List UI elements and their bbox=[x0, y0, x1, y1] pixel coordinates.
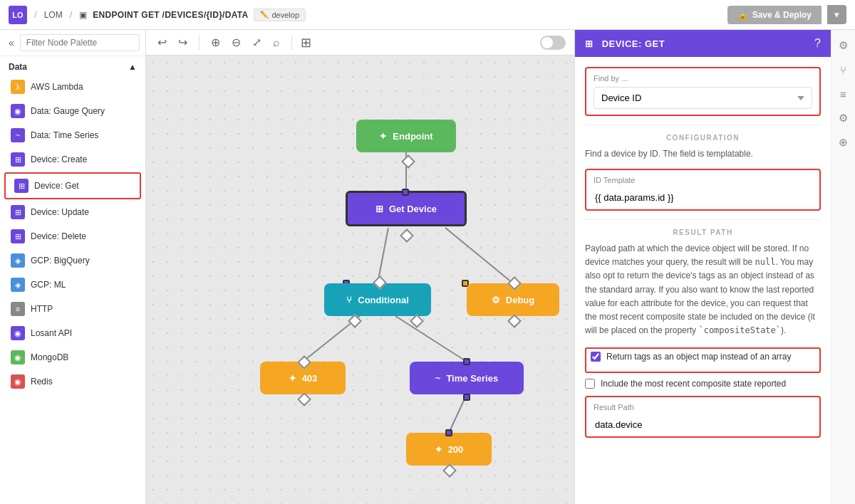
redis-icon: ◉ bbox=[11, 374, 25, 389]
sidebar-item-device-get[interactable]: ⊞Device: Get bbox=[4, 172, 141, 199]
node-timeseries[interactable]: ~ Time Series bbox=[410, 362, 524, 394]
save-deploy-button[interactable]: 🔒 Save & Deploy bbox=[727, 6, 822, 24]
result-path-input[interactable] bbox=[588, 414, 818, 435]
panel-body: Find by ... Device ID Device Name Device… bbox=[575, 57, 831, 504]
id-template-label: ID Template bbox=[594, 176, 812, 184]
sidebar-item-gcp-bigquery[interactable]: ◈GCP: BigQuery bbox=[0, 248, 145, 273]
mini-sidebar-flow-icon[interactable]: ⑂ bbox=[834, 60, 854, 80]
canvas-area: ↩ ↪ ⊕ ⊖ ⤢ ⌕ ⊞ bbox=[146, 30, 574, 504]
sidebar-toolbar: « bbox=[0, 30, 145, 56]
canvas-toolbar: ↩ ↪ ⊕ ⊖ ⤢ ⌕ ⊞ bbox=[146, 30, 574, 56]
losant-api-label: Losant API bbox=[31, 328, 72, 338]
logo[interactable]: LO bbox=[9, 6, 27, 24]
http-icon: ≡ bbox=[11, 302, 25, 316]
result-path-label: Result Path bbox=[594, 403, 812, 411]
n200-label: 200 bbox=[448, 444, 464, 455]
conditional-icon: ⑂ bbox=[346, 295, 352, 305]
node-200[interactable]: ✦ 200 bbox=[406, 433, 492, 466]
return-tags-section: Return tags as an object map instead of … bbox=[585, 347, 821, 373]
result-desc: Payload path at which the device object … bbox=[585, 242, 821, 337]
canvas-search-button[interactable]: ⌕ bbox=[270, 35, 283, 51]
divider-1 bbox=[585, 125, 821, 125]
sidebar-item-data-time-series[interactable]: ~Data: Time Series bbox=[0, 123, 145, 147]
data-gauge-query-icon: ◉ bbox=[11, 104, 25, 118]
mini-sidebar-globe-icon[interactable]: ⊕ bbox=[834, 132, 854, 152]
result-path-section-title: RESULT PATH bbox=[585, 229, 821, 236]
zoom-in-button[interactable]: ⊕ bbox=[208, 34, 223, 51]
breadcrumb-sep2: / bbox=[70, 9, 73, 20]
canvas-add-button[interactable]: ⊞ bbox=[301, 35, 311, 51]
connector-200-bottom bbox=[442, 463, 457, 478]
panel-header: ⊞ DEVICE: GET ? bbox=[575, 30, 831, 57]
breadcrumb-page-icon: ▣ bbox=[79, 10, 87, 20]
mini-sidebar-gear2-icon[interactable]: ⚙ bbox=[834, 108, 854, 128]
composite-state-checkbox[interactable] bbox=[585, 379, 595, 389]
redo-button[interactable]: ↪ bbox=[175, 34, 190, 51]
zoom-out-button[interactable]: ⊖ bbox=[229, 34, 244, 51]
sidebar-item-device-delete[interactable]: ⊞Device: Delete bbox=[0, 224, 145, 248]
connector-get-device-top bbox=[402, 189, 409, 196]
timeseries-label: Time Series bbox=[446, 373, 498, 384]
return-tags-row: Return tags as an object map instead of … bbox=[591, 352, 815, 362]
mini-sidebar-list-icon[interactable]: ≡ bbox=[834, 84, 854, 104]
canvas-toggle[interactable] bbox=[540, 36, 566, 50]
n403-icon: ✦ bbox=[289, 373, 296, 384]
sidebar-item-data-gauge-query[interactable]: ◉Data: Gauge Query bbox=[0, 99, 145, 123]
sidebar-item-http[interactable]: ≡HTTP bbox=[0, 297, 145, 321]
debug-icon: ⚙ bbox=[492, 295, 500, 305]
sidebar-item-device-create[interactable]: ⊞Device: Create bbox=[0, 147, 145, 172]
device-delete-label: Device: Delete bbox=[31, 231, 86, 241]
filter-node-palette-input[interactable] bbox=[20, 34, 140, 51]
composite-state-row: Include the most recent composite state … bbox=[585, 379, 821, 389]
conditional-label: Conditional bbox=[358, 295, 409, 305]
connector-conditional-br bbox=[410, 314, 424, 328]
result-path-section: Result Path bbox=[585, 396, 821, 438]
sidebar-collapse-button[interactable]: « bbox=[6, 36, 17, 50]
mongodb-label: MongoDB bbox=[31, 352, 68, 362]
get-device-icon: ⊞ bbox=[375, 204, 383, 214]
branch-badge[interactable]: develop bbox=[254, 9, 306, 21]
mini-sidebar-settings-icon[interactable]: ⚙ bbox=[834, 36, 854, 56]
right-mini-sidebar: ⚙ ⑂ ≡ ⚙ ⊕ bbox=[831, 30, 855, 504]
panel-help-button[interactable]: ? bbox=[814, 37, 821, 50]
data-time-series-icon: ~ bbox=[11, 128, 25, 142]
find-by-select[interactable]: Device ID Device Name Device Tag bbox=[594, 87, 812, 109]
id-template-input[interactable] bbox=[588, 187, 818, 208]
sidebar-item-mongodb[interactable]: ◉MongoDB bbox=[0, 345, 145, 369]
gcp-bigquery-label: GCP: BigQuery bbox=[31, 256, 90, 266]
endpoint-label: Endpoint bbox=[393, 131, 432, 142]
breadcrumb-org[interactable]: LOM bbox=[44, 10, 63, 20]
sidebar-item-gcp-ml[interactable]: ◈GCP: ML bbox=[0, 273, 145, 297]
panel-header-left: ⊞ DEVICE: GET bbox=[585, 38, 665, 49]
device-update-label: Device: Update bbox=[31, 207, 89, 217]
gcp-bigquery-icon: ◈ bbox=[11, 253, 25, 268]
sidebar-item-device-update[interactable]: ⊞Device: Update bbox=[0, 200, 145, 224]
data-gauge-query-label: Data: Gauge Query bbox=[31, 106, 105, 116]
sidebar-item-aws-lambda[interactable]: λAWS Lambda bbox=[0, 75, 145, 99]
redis-label: Redis bbox=[31, 377, 53, 387]
gcp-ml-icon: ◈ bbox=[11, 278, 25, 292]
fit-button[interactable]: ⤢ bbox=[249, 34, 264, 51]
save-deploy-dropdown-button[interactable]: ▾ bbox=[827, 5, 846, 24]
node-endpoint[interactable]: ✦ Endpoint bbox=[356, 120, 456, 152]
undo-button[interactable]: ↩ bbox=[155, 34, 170, 51]
mongodb-icon: ◉ bbox=[11, 350, 25, 364]
node-get-device[interactable]: ⊞ Get Device bbox=[346, 191, 467, 226]
return-tags-checkbox[interactable] bbox=[591, 352, 601, 362]
device-create-icon: ⊞ bbox=[11, 152, 25, 167]
node-palette-sidebar: « Data ▲ λAWS Lambda◉Data: Gauge Query~D… bbox=[0, 30, 146, 504]
sidebar-item-redis[interactable]: ◉Redis bbox=[0, 369, 145, 394]
sidebar-collapse-icon[interactable]: ▲ bbox=[128, 62, 137, 72]
topbar-right: 🔒 Save & Deploy ▾ bbox=[727, 5, 846, 24]
workflow-canvas[interactable]: ✦ Endpoint ⊞ Get Device ⑂ Conditional bbox=[146, 56, 574, 504]
losant-api-icon: ◉ bbox=[11, 326, 25, 340]
divider-2 bbox=[585, 219, 821, 220]
connector-conditional-bl bbox=[348, 314, 362, 328]
connector-403-bottom bbox=[297, 392, 311, 406]
timeseries-icon: ~ bbox=[435, 373, 441, 384]
sidebar-section-header: Data ▲ bbox=[0, 56, 145, 75]
sidebar-item-losant-api[interactable]: ◉Losant API bbox=[0, 321, 145, 345]
find-by-section: Find by ... Device ID Device Name Device… bbox=[585, 67, 821, 116]
breadcrumb-sep1: / bbox=[34, 9, 37, 20]
gcp-ml-label: GCP: ML bbox=[31, 280, 66, 290]
